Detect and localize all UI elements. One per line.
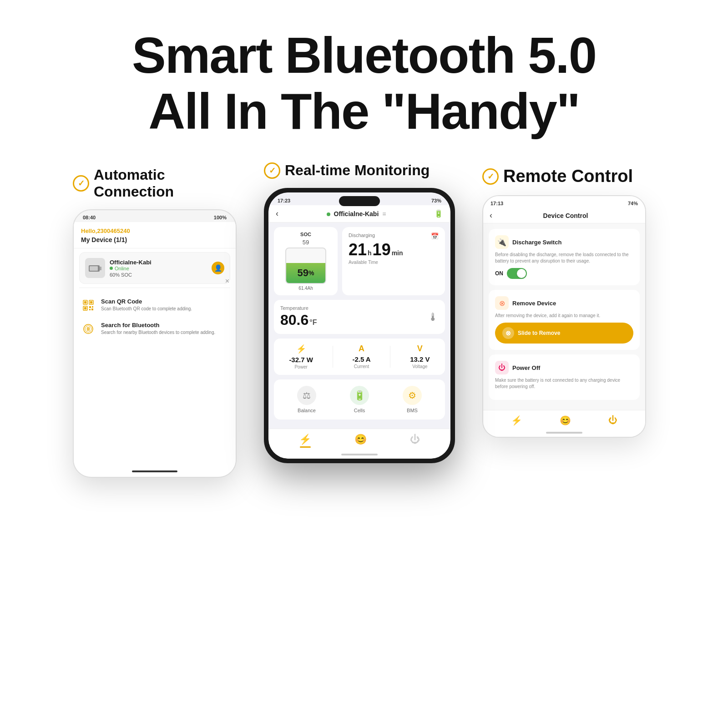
phone3-content: 🔌 Discharge Switch Before disabling the …	[483, 223, 645, 410]
power-item: ⚡ -32.7 W Power	[289, 344, 313, 369]
phone2-home-indicator	[268, 450, 450, 459]
svg-rect-1	[100, 267, 101, 270]
home-tab-icon: ⚡	[299, 434, 311, 445]
phone2-inner: 17:23 73% ‹ Officialne-Kabi ≡ 🔋	[268, 192, 450, 459]
menu-item-qr[interactable]: Scan QR Code Scan Bluetooth QR code to c…	[81, 298, 228, 313]
settings-tab-icon: ⏻	[410, 434, 420, 445]
svg-rect-4	[84, 301, 86, 303]
remove-device-header: ⊗ Remove Device	[495, 296, 633, 310]
realtime-label: ✓ Real-time Monitoring	[264, 162, 464, 179]
status-dot	[110, 267, 113, 270]
soc-battery-bar: 59%	[285, 248, 326, 284]
settings-nav-icon[interactable]: ⏻	[608, 415, 617, 426]
menu-text-qr: Scan QR Code Scan Bluetooth QR code to c…	[101, 298, 192, 312]
phone3-home-bar	[483, 429, 645, 437]
section-remote-control: ✓ Remote Control 17:13 74% ‹ Device Cont…	[482, 167, 655, 438]
nav-icons: 🔋	[434, 209, 443, 218]
discharge-icon: 🔌	[495, 235, 509, 249]
close-button[interactable]: ×	[225, 277, 229, 285]
bms-item[interactable]: ⚙ BMS	[403, 386, 422, 413]
power-off-header: ⏻ Power Off	[495, 361, 633, 374]
bms-icon: ⚙	[403, 386, 422, 405]
back-arrow[interactable]: ‹	[276, 209, 278, 218]
svg-rect-9	[89, 306, 91, 308]
slide-to-remove-button[interactable]: ⊗ Slide to Remove	[495, 323, 633, 344]
page-title: Smart Bluetooth 5.0 All In The "Handy"	[36, 27, 692, 139]
auto-connection-label: ✓ Automatic Connection	[73, 167, 246, 200]
nav-tab-devices[interactable]: 😊	[354, 434, 367, 448]
section-auto-connection: ✓ Automatic Connection 08:40 100% Hello,…	[73, 167, 246, 478]
svg-rect-10	[92, 306, 93, 308]
svg-point-14	[85, 326, 91, 332]
home-bar-2	[341, 454, 378, 455]
divider-1	[79, 288, 230, 288]
page-header: Smart Bluetooth 5.0 All In The "Handy"	[0, 0, 728, 157]
devices-tab-icon: 😊	[354, 434, 367, 445]
home-bar-3	[546, 432, 582, 434]
remote-control-label: ✓ Remote Control	[482, 167, 655, 186]
person-nav-icon[interactable]: 😊	[560, 415, 571, 426]
toggle-row: ON	[495, 268, 633, 279]
phone2-status-bar: 17:23 73%	[268, 192, 450, 205]
phone3-bottom-nav: ⚡ 😊 ⏻	[483, 410, 645, 429]
power-nav-icon[interactable]: ⚡	[511, 415, 522, 426]
discharge-switch-header: 🔌 Discharge Switch	[495, 235, 633, 249]
phone2-nav: ‹ Officialne-Kabi ≡ 🔋	[268, 205, 450, 222]
svg-rect-8	[84, 307, 86, 309]
device-icon	[85, 258, 105, 278]
discharge-time: 21h 19min	[349, 242, 439, 258]
soc-card: SOC 59 59% 61.4Ah	[274, 227, 338, 295]
svg-rect-11	[89, 309, 91, 310]
phone1-bottom-section: Scan QR Code Scan Bluetooth QR code to c…	[74, 291, 236, 354]
bluetooth-icon	[81, 322, 96, 336]
remote-label-area: ✓ Remote Control	[482, 167, 655, 186]
pcv-card: ⚡ -32.7 W Power A -2.5 A Current	[274, 339, 445, 375]
active-tab-indicator	[300, 446, 311, 448]
qr-icon	[81, 298, 96, 313]
thermometer-icon: 🌡	[428, 311, 439, 324]
toggle-switch[interactable]	[507, 268, 527, 279]
svg-rect-6	[90, 301, 92, 303]
discharging-card: Discharging 📅 21h 19min Available Time	[342, 227, 445, 295]
slide-icon: ⊗	[502, 327, 514, 339]
home-bar	[132, 470, 177, 472]
filter-icon[interactable]: ≡	[382, 210, 386, 217]
phone2-content: SOC 59 59% 61.4Ah	[268, 222, 450, 429]
device-status: Online	[110, 266, 152, 271]
cells-icon: 🔋	[350, 386, 369, 405]
phone1-content: Hello,2300465240 My Device (1/1) Officia…	[74, 222, 236, 468]
menu-text-bluetooth: Search for Bluetooth Search for nearby B…	[101, 322, 215, 336]
temp-card: Temperature 80.6 °F 🌡	[274, 300, 445, 334]
toggle-knob	[517, 269, 526, 278]
battery-nav-icon: 🔋	[434, 209, 443, 218]
phone3-nav: ‹ Device Control	[483, 208, 645, 223]
nav-tab-home[interactable]: ⚡	[299, 434, 311, 448]
bcb-card: ⚖ Balance 🔋 Cells ⚙ BMS	[274, 379, 445, 420]
current-icon: A	[352, 344, 370, 354]
soc-fill: 59%	[286, 263, 325, 283]
device-info: Officialne-Kabi Online 60% SOC	[110, 259, 152, 278]
section-realtime: ✓ Real-time Monitoring 17:23 73% ‹	[264, 162, 464, 463]
phone3-status-bar: 17:13 74%	[483, 196, 645, 208]
phone1-status-bar: 08:40 100%	[74, 210, 236, 222]
current-item: A -2.5 A Current	[352, 344, 370, 369]
check-icon-2: ✓	[264, 162, 280, 179]
nav-tab-settings[interactable]: ⏻	[410, 434, 420, 448]
svg-rect-12	[91, 308, 93, 310]
remove-device-section: ⊗ Remove Device After removing the devic…	[489, 290, 640, 350]
power-off-section: ⏻ Power Off Make sure the battery is not…	[489, 354, 640, 400]
phone1-header: Hello,2300465240 My Device (1/1)	[74, 222, 236, 248]
power-icon: ⚡	[289, 344, 313, 354]
phone-2-frame: 17:23 73% ‹ Officialne-Kabi ≡ 🔋	[264, 188, 455, 463]
menu-item-bluetooth[interactable]: Search for Bluetooth Search for nearby B…	[81, 322, 228, 336]
check-icon-1: ✓	[73, 175, 89, 192]
check-icon-3: ✓	[482, 168, 499, 185]
phone-3-frame: 17:13 74% ‹ Device Control 🔌 Discharge S…	[482, 195, 646, 438]
power-off-icon: ⏻	[495, 361, 509, 374]
discharge-switch-section: 🔌 Discharge Switch Before disabling the …	[489, 229, 640, 285]
phone2-bottom-nav: ⚡ 😊 ⏻	[268, 429, 450, 450]
balance-item[interactable]: ⚖ Balance	[297, 386, 316, 413]
cells-item[interactable]: 🔋 Cells	[350, 386, 369, 413]
remove-icon: ⊗	[495, 296, 509, 310]
phones-container: ✓ Automatic Connection 08:40 100% Hello,…	[0, 167, 728, 478]
